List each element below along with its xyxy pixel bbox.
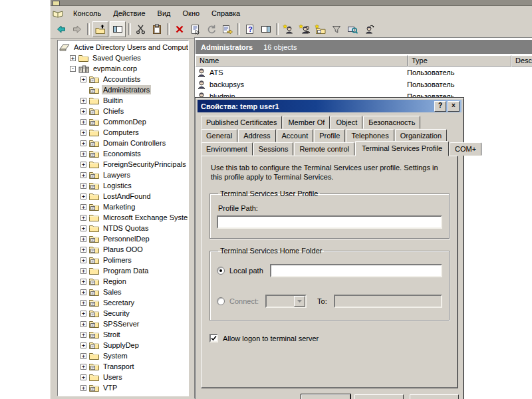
- toolbar-up-one-level-button[interactable]: [92, 21, 108, 37]
- expand-toggle[interactable]: +: [80, 151, 86, 157]
- menu-item[interactable]: Окно: [177, 9, 206, 17]
- menu-item[interactable]: Действие: [107, 9, 151, 17]
- dialog-tab[interactable]: Environment: [201, 142, 253, 156]
- dialog-tab[interactable]: Profile: [314, 129, 345, 142]
- expand-toggle[interactable]: -: [70, 66, 76, 72]
- allow-logon-checkbox[interactable]: [209, 334, 218, 342]
- dialog-tab[interactable]: Безопасность: [363, 116, 420, 129]
- dialog-titlebar[interactable]: Свойства: temp user1 ? ×: [198, 100, 462, 112]
- toolbar-help-button[interactable]: ?: [243, 22, 257, 37]
- dialog-tab[interactable]: Telephones: [346, 129, 394, 142]
- expand-toggle[interactable]: +: [80, 172, 86, 178]
- expand-toggle[interactable]: +: [80, 257, 86, 263]
- tree-item[interactable]: +Transport: [58, 361, 188, 372]
- tree-item[interactable]: +Polimers: [58, 255, 188, 265]
- tree-item[interactable]: +VTP: [58, 382, 188, 393]
- tree-item[interactable]: +Saved Queries: [58, 53, 188, 63]
- expand-toggle[interactable]: +: [80, 225, 86, 231]
- tree-item[interactable]: +Zavod: [58, 393, 188, 396]
- expand-toggle[interactable]: +: [80, 247, 86, 253]
- dialog-bottom-button-2[interactable]: [354, 394, 404, 399]
- tree-item[interactable]: Administrators: [58, 84, 188, 95]
- tree-item[interactable]: +System: [58, 350, 188, 361]
- toolbar-new-ou-button[interactable]: [313, 22, 328, 37]
- tree-item[interactable]: Active Directory Users and Computer: [58, 42, 188, 53]
- toolbar-find-button[interactable]: [345, 22, 360, 37]
- toolbar-toggle-console-tree-button[interactable]: [110, 21, 126, 37]
- expand-toggle[interactable]: +: [80, 289, 86, 295]
- toolbar-detail-pane-button[interactable]: [259, 22, 273, 37]
- expand-toggle[interactable]: +: [80, 342, 86, 348]
- tree-item[interactable]: +Stroit: [58, 329, 188, 340]
- list-row[interactable]: backupsysПользователь: [195, 78, 532, 90]
- dialog-tab[interactable]: Address: [238, 129, 275, 142]
- dialog-tab[interactable]: Member Of: [283, 116, 330, 129]
- expand-toggle[interactable]: +: [80, 385, 86, 391]
- dialog-tab[interactable]: COM+: [450, 142, 481, 156]
- expand-toggle[interactable]: +: [80, 76, 86, 82]
- profile-path-input[interactable]: [217, 215, 442, 229]
- tree-item[interactable]: +Computers: [58, 127, 188, 138]
- tree-item[interactable]: +Plarus OOO: [58, 244, 188, 255]
- toolbar-refresh-button[interactable]: [204, 22, 219, 37]
- expand-toggle[interactable]: +: [80, 332, 86, 338]
- tree-item[interactable]: -evpmain.corp: [58, 63, 188, 74]
- tree-item[interactable]: +Economists: [58, 148, 188, 159]
- tree-item[interactable]: +SupplyDep: [58, 340, 188, 350]
- expand-toggle[interactable]: +: [80, 204, 86, 210]
- dialog-tab[interactable]: Object: [331, 116, 362, 129]
- expand-toggle[interactable]: +: [80, 300, 86, 306]
- toolbar-paste-button[interactable]: [150, 22, 164, 37]
- dialog-tab[interactable]: Terminal Services Profile: [355, 141, 449, 156]
- tree-item[interactable]: +Domain Controllers: [58, 138, 188, 148]
- expand-toggle[interactable]: +: [80, 119, 86, 125]
- tree-item[interactable]: +Logistics: [58, 180, 188, 191]
- column-header-type[interactable]: Type: [408, 55, 511, 66]
- list-row[interactable]: ATSПользователь: [195, 66, 532, 78]
- tree-item[interactable]: +Microsoft Exchange System Ob: [58, 212, 188, 223]
- local-path-input[interactable]: [270, 264, 442, 277]
- toolbar-cut-button[interactable]: [134, 22, 148, 37]
- dialog-bottom-button-1[interactable]: [301, 394, 350, 399]
- local-path-radio[interactable]: [217, 267, 225, 275]
- toolbar-export-list-button[interactable]: [220, 22, 235, 37]
- tree-item[interactable]: +Program Data: [58, 265, 188, 276]
- connect-to-input[interactable]: [334, 295, 442, 308]
- expand-toggle[interactable]: +: [80, 311, 86, 317]
- toolbar-forward-button[interactable]: [70, 22, 84, 37]
- dialog-tab[interactable]: Sessions: [253, 142, 294, 156]
- menu-item[interactable]: Справка: [205, 9, 246, 17]
- tree-item[interactable]: +Builtin: [58, 95, 188, 106]
- expand-toggle[interactable]: +: [80, 183, 86, 189]
- expand-toggle[interactable]: +: [80, 130, 86, 136]
- expand-toggle[interactable]: +: [80, 194, 86, 200]
- window-titlebar[interactable]: [51, 0, 532, 6]
- menu-item[interactable]: Консоль: [67, 9, 107, 17]
- tree-item[interactable]: +Secretary: [58, 297, 188, 308]
- expand-toggle[interactable]: +: [80, 215, 86, 221]
- expand-toggle[interactable]: +: [80, 98, 86, 104]
- drive-letter-select[interactable]: [265, 295, 307, 308]
- dialog-tab[interactable]: Organization: [395, 129, 447, 142]
- toolbar-filter-button[interactable]: [329, 22, 344, 37]
- tree-item[interactable]: +Accountists: [58, 74, 188, 84]
- menu-item[interactable]: Вид: [152, 9, 177, 17]
- help-button[interactable]: ?: [434, 101, 446, 112]
- tree-item[interactable]: +Marketing: [58, 201, 188, 212]
- expand-toggle[interactable]: +: [80, 162, 86, 168]
- column-header-name[interactable]: Name: [196, 55, 408, 66]
- toolbar-back-button[interactable]: [54, 22, 68, 37]
- dialog-bottom-button-3[interactable]: [410, 394, 459, 399]
- tree-item[interactable]: +Security: [58, 308, 188, 319]
- toolbar-new-group-button[interactable]: [297, 22, 312, 37]
- expand-toggle[interactable]: +: [80, 321, 86, 327]
- console-tree-panel[interactable]: Active Directory Users and Computer+Save…: [57, 40, 189, 396]
- toolbar-user-action-button[interactable]: [361, 22, 376, 37]
- tree-item[interactable]: +NTDS Quotas: [58, 223, 188, 233]
- tree-item[interactable]: +Users: [58, 372, 188, 382]
- expand-toggle[interactable]: +: [80, 268, 86, 274]
- tree-item[interactable]: +CommonDep: [58, 116, 188, 127]
- tree-item[interactable]: +Sales: [58, 287, 188, 297]
- tree-item[interactable]: +ForeignSecurityPrincipals: [58, 159, 188, 170]
- close-button[interactable]: ×: [448, 101, 460, 112]
